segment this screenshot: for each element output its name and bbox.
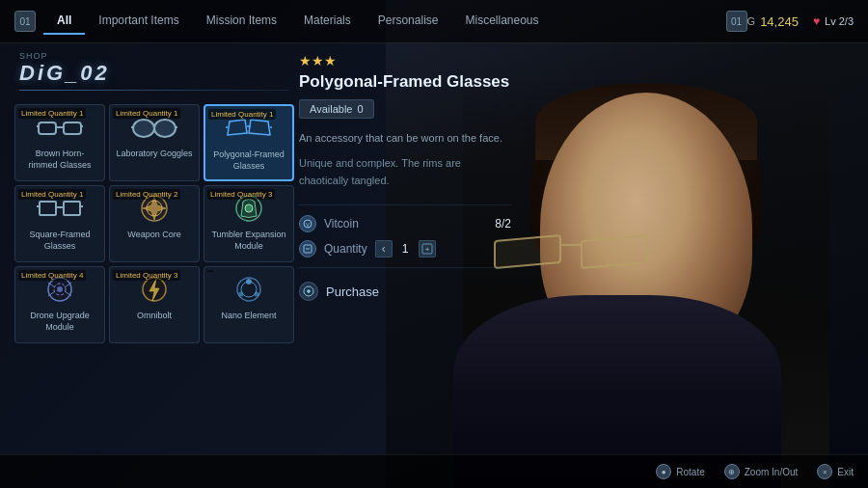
quantity-label: Quantity bbox=[324, 242, 367, 256]
item-name-4: Square-Framed Glasses bbox=[21, 230, 98, 252]
svg-point-34 bbox=[246, 279, 252, 285]
vitcoin-label: Vitcoin bbox=[324, 217, 359, 230]
shop-title: DiG_02 bbox=[19, 61, 289, 86]
tab-mission-items[interactable]: Mission Items bbox=[193, 8, 290, 35]
shop-subtitle: SHOP bbox=[19, 51, 289, 61]
vitcoin-stat: V Vitcoin 8/2 bbox=[299, 215, 511, 232]
item-name-6: Tumbler Expansion Module bbox=[210, 230, 287, 252]
svg-rect-0 bbox=[39, 122, 56, 134]
zoom-label: Zoom In/Out bbox=[745, 467, 799, 477]
svg-point-6 bbox=[154, 120, 176, 137]
lv-text: Lv 2/3 bbox=[825, 15, 854, 27]
glass-frame-right bbox=[581, 234, 648, 269]
svg-rect-15 bbox=[40, 202, 56, 215]
item-cell-3[interactable]: Limited Quantity 1 Polygonal-Framed Glas… bbox=[203, 104, 294, 181]
tab-important-items[interactable]: Important Items bbox=[85, 8, 192, 35]
item-grid: Limited Quantity 1 Brown Horn-rimmed Gla… bbox=[10, 99, 299, 348]
item-cell-6[interactable]: Limited Quantity 3 Tumbler Expansion Mod… bbox=[203, 185, 294, 262]
hint-exit: × Exit bbox=[817, 464, 854, 479]
gold-label: G bbox=[747, 15, 756, 27]
quantity-decrease-button[interactable]: ‹ bbox=[375, 240, 393, 258]
item-quantity-4: Limited Quantity 1 bbox=[18, 189, 86, 200]
item-name-2: Laboratory Goggles bbox=[116, 149, 192, 160]
svg-point-5 bbox=[133, 120, 154, 137]
item-quantity-2: Limited Quantity 1 bbox=[113, 108, 180, 119]
rotate-icon: ● bbox=[656, 464, 671, 479]
purchase-button[interactable]: Purchase bbox=[299, 278, 511, 305]
tab-personalise[interactable]: Personalise bbox=[365, 8, 452, 35]
detail-stars: ★★★ bbox=[299, 53, 511, 68]
available-label: Available bbox=[310, 103, 352, 115]
nav-tabs: All Important Items Mission Items Materi… bbox=[43, 8, 726, 35]
hint-rotate: ● Rotate bbox=[656, 464, 704, 479]
item-quantity-8: Limited Quantity 3 bbox=[113, 270, 180, 281]
quantity-icon bbox=[299, 240, 316, 258]
item-cell-9[interactable]: Nano Element bbox=[203, 266, 294, 343]
svg-marker-10 bbox=[228, 120, 247, 135]
gold-display: G 14,245 bbox=[747, 14, 799, 29]
svg-text:V: V bbox=[306, 222, 310, 228]
top-navigation: 01 All Important Items Mission Items Mat… bbox=[0, 0, 868, 43]
nav-left-badge: 01 bbox=[14, 11, 36, 32]
item-quantity-3: Limited Quantity 1 bbox=[208, 109, 276, 120]
svg-point-35 bbox=[255, 292, 259, 297]
item-name-8: Omnibolt bbox=[137, 311, 172, 322]
quantity-increase-button[interactable]: + bbox=[419, 240, 436, 258]
svg-rect-1 bbox=[64, 122, 81, 134]
heart-icon: ♥ bbox=[813, 14, 820, 28]
item-cell-1[interactable]: Limited Quantity 1 Brown Horn-rimmed Gla… bbox=[14, 104, 105, 181]
purchase-icon bbox=[299, 282, 318, 301]
item-quantity-7: Limited Quantity 4 bbox=[18, 270, 86, 281]
detail-title: Polygonal-Framed Glasses bbox=[299, 72, 511, 92]
quantity-value: 1 bbox=[398, 242, 413, 256]
item-cell-8[interactable]: Limited Quantity 3 Omnibolt bbox=[109, 266, 200, 343]
item-name-7: Drone Upgrade Module bbox=[21, 311, 98, 333]
detail-divider-2 bbox=[299, 267, 511, 268]
exit-icon: × bbox=[817, 464, 832, 479]
detail-description-1: An accessory that can be worn on the fac… bbox=[299, 130, 511, 148]
detail-description-2: Unique and complex. The rims are chaotic… bbox=[299, 155, 511, 189]
item-quantity-6: Limited Quantity 3 bbox=[207, 189, 275, 200]
svg-text:+: + bbox=[424, 245, 429, 254]
vitcoin-icon: V bbox=[299, 215, 316, 232]
shop-header: SHOP DiG_02 bbox=[10, 43, 299, 99]
svg-point-26 bbox=[57, 286, 63, 292]
item-name-9: Nano Element bbox=[221, 311, 276, 322]
tab-all[interactable]: All bbox=[43, 8, 85, 35]
item-cell-7[interactable]: Limited Quantity 4 Drone Upgrade Module bbox=[14, 266, 105, 343]
rotate-label: Rotate bbox=[676, 467, 704, 477]
item-quantity-5: Limited Quantity 2 bbox=[113, 189, 180, 200]
item-name-1: Brown Horn-rimmed Glasses bbox=[21, 149, 98, 171]
svg-point-23 bbox=[245, 204, 253, 212]
hint-zoom: ⊕ Zoom In/Out bbox=[724, 464, 799, 479]
gold-amount: 14,245 bbox=[760, 14, 799, 29]
glass-bridge bbox=[561, 244, 581, 246]
item-quantity-1: Limited Quantity 1 bbox=[18, 108, 86, 119]
tab-materials[interactable]: Materials bbox=[290, 8, 365, 35]
quantity-controls: ‹ 1 + bbox=[375, 240, 436, 258]
available-value: 0 bbox=[357, 103, 363, 115]
left-panel: SHOP DiG_02 Limited Quantity 1 Brown Hor… bbox=[10, 43, 299, 454]
item-cell-2[interactable]: Limited Quantity 1 Laboratory Goggles bbox=[109, 104, 200, 181]
svg-marker-11 bbox=[249, 120, 270, 135]
vitcoin-value: 8/2 bbox=[495, 217, 511, 230]
zoom-icon: ⊕ bbox=[724, 464, 740, 479]
item-icon-9 bbox=[225, 273, 273, 307]
item-cell-5[interactable]: Limited Quantity 2 Weapon Core bbox=[109, 185, 200, 262]
shop-divider bbox=[19, 90, 289, 91]
tab-miscellaneous[interactable]: Miscellaneous bbox=[451, 8, 552, 35]
available-badge: Available 0 bbox=[299, 99, 374, 119]
item-quantity-9 bbox=[207, 270, 213, 272]
detail-divider-1 bbox=[299, 204, 511, 205]
item-name-3: Polygonal-Framed Glasses bbox=[211, 149, 286, 172]
exit-label: Exit bbox=[837, 467, 854, 477]
svg-point-36 bbox=[239, 292, 244, 297]
nav-right-badge: 01 bbox=[726, 11, 747, 32]
detail-panel: ★★★ Polygonal-Framed Glasses Available 0… bbox=[299, 53, 511, 305]
item-name-5: Weapon Core bbox=[127, 230, 180, 241]
character-body bbox=[463, 73, 829, 488]
lv-badge: ♥ Lv 2/3 bbox=[813, 14, 854, 28]
svg-rect-16 bbox=[64, 202, 80, 215]
item-cell-4[interactable]: Limited Quantity 1 Square-Framed Glasses bbox=[14, 185, 105, 262]
quantity-stat: Quantity ‹ 1 + bbox=[299, 240, 511, 258]
